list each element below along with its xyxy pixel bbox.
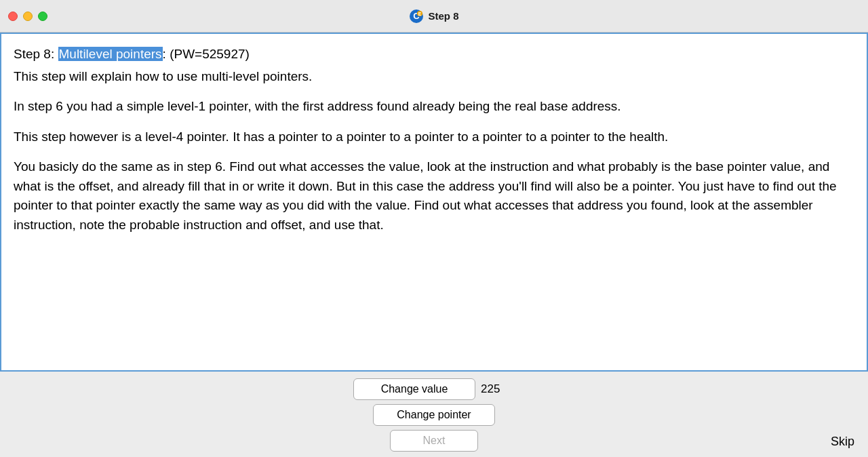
current-value-display: 225 [481,382,515,396]
paragraph-4: You basicly do the same as in step 6. Fi… [14,157,854,235]
window-title-text: Step 8 [428,10,458,22]
paragraph-2: In step 6 you had a simple level-1 point… [14,97,854,117]
traffic-lights [8,12,47,21]
next-row: Next [390,430,478,452]
change-value-button[interactable]: Change value [353,378,475,400]
close-button[interactable] [8,12,18,21]
change-pointer-row: Change pointer [373,404,495,426]
change-pointer-button[interactable]: Change pointer [373,404,495,426]
maximize-button[interactable] [38,12,47,21]
skip-button[interactable]: Skip [831,435,854,449]
tutorial-text: Step 8: Multilevel pointers: (PW=525927)… [0,33,868,372]
paragraph-3: This step however is a level-4 pointer. … [14,127,854,147]
window-title: C E Step 8 [409,9,458,24]
main-content: Step 8: Multilevel pointers: (PW=525927)… [0,33,868,457]
minimize-button[interactable] [23,12,33,21]
title-bar: C E Step 8 [0,0,868,33]
step-title: Step 8: Multilevel pointers: (PW=525927) [14,45,854,64]
step-title-highlight: Multilevel pointers [58,47,163,61]
svg-text:E: E [418,12,422,16]
bottom-controls: Change value 225 Change pointer Next Ski… [0,372,868,457]
paragraph-1: This step will explain how to use multi-… [14,67,854,87]
change-value-row: Change value 225 [353,378,515,400]
app-icon: C E [409,9,424,24]
next-button[interactable]: Next [390,430,478,452]
